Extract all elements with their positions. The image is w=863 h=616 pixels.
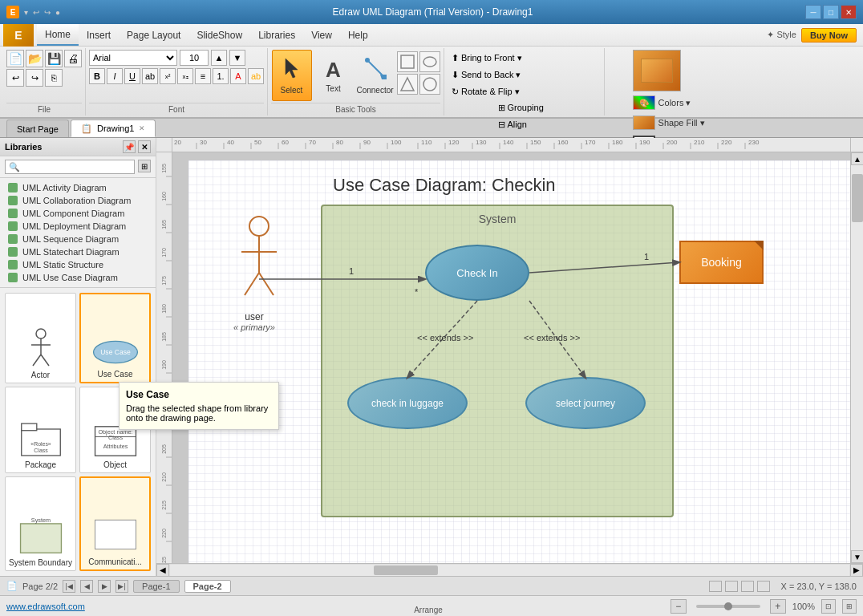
- menu-slideshow[interactable]: SlideShow: [188, 24, 250, 46]
- sidebar-pin-btn[interactable]: 📌: [123, 140, 136, 153]
- scroll-right-btn[interactable]: ▶: [850, 564, 863, 577]
- italic-btn[interactable]: I: [107, 68, 123, 84]
- next-page-btn[interactable]: ▶: [98, 580, 111, 593]
- shape-grid: Actor Use Case Use Case «Roles» Class Pa…: [0, 288, 156, 576]
- scrollbar-right[interactable]: ▲ ▼: [850, 152, 863, 563]
- lib-deployment[interactable]: UML Deployment Diagram: [5, 220, 151, 233]
- shape-fill-btn[interactable]: [633, 116, 655, 130]
- last-page-btn[interactable]: ▶|: [115, 580, 128, 593]
- select-icon: [282, 57, 302, 84]
- strikethrough-btn[interactable]: ab: [142, 68, 158, 84]
- shape-communication[interactable]: Communicati...: [79, 476, 151, 571]
- shape-actor[interactable]: Actor: [5, 293, 76, 383]
- lib-statechart[interactable]: UML Statechart Diagram: [5, 245, 151, 258]
- booking-shape[interactable]: Booking: [679, 241, 764, 284]
- tab-view-btn[interactable]: [709, 581, 722, 592]
- save-btn[interactable]: 💾: [45, 50, 63, 67]
- lib-usecase[interactable]: UML Use Case Diagram: [5, 271, 151, 284]
- bring-to-front-btn[interactable]: ⬆ Bring to Front ▾: [448, 50, 526, 66]
- tab-list-btn[interactable]: [725, 581, 738, 592]
- shape2-btn[interactable]: [419, 51, 440, 72]
- menu-view[interactable]: View: [303, 24, 340, 46]
- page2-tab[interactable]: Page-2: [184, 580, 231, 593]
- hscroll-thumb[interactable]: [374, 565, 438, 575]
- bold-btn[interactable]: B: [89, 68, 105, 84]
- lib-component[interactable]: UML Component Diagram: [5, 207, 151, 220]
- font-size-input[interactable]: [180, 50, 209, 66]
- rotate-flip-btn[interactable]: ↻ Rotate & Flip ▾: [448, 83, 524, 99]
- svg-text:210: 210: [694, 139, 705, 146]
- shape3-btn[interactable]: [397, 74, 418, 95]
- send-to-back-btn[interactable]: ⬇ Send to Back ▾: [448, 67, 525, 83]
- menu-pagelayout[interactable]: Page Layout: [119, 24, 188, 46]
- redo-btn[interactable]: ↪: [26, 69, 43, 87]
- tab-prop-btn[interactable]: [741, 581, 754, 592]
- new-btn[interactable]: 📄: [6, 50, 24, 67]
- grouping-btn[interactable]: ⊞ Grouping: [494, 99, 558, 116]
- shape4-btn[interactable]: [419, 74, 440, 95]
- close-button[interactable]: ✕: [841, 5, 857, 19]
- lib-activity[interactable]: UML Activity Diagram: [5, 181, 151, 194]
- tab-drawing1[interactable]: 📋 Drawing1 ✕: [71, 120, 156, 137]
- tab-prev-btn[interactable]: [757, 581, 770, 592]
- superscript-btn[interactable]: x²: [160, 68, 176, 84]
- scroll-thumb[interactable]: [852, 174, 863, 222]
- scroll-up-btn[interactable]: ▲: [851, 152, 863, 165]
- scrollbar-bottom[interactable]: ◀ ▶: [156, 563, 863, 576]
- shape-usecase[interactable]: Use Case Use Case: [79, 293, 151, 383]
- maximize-button[interactable]: □: [823, 5, 839, 19]
- zoom-slider[interactable]: [696, 605, 760, 608]
- svg-text:Use Case: Use Case: [100, 348, 131, 356]
- close-tab-icon[interactable]: ✕: [139, 124, 145, 132]
- scroll-down-btn[interactable]: ▼: [851, 550, 863, 563]
- tab-start-page[interactable]: Start Page: [6, 120, 69, 137]
- buy-now-button[interactable]: Buy Now: [801, 28, 857, 43]
- colors-btn[interactable]: 🎨: [633, 95, 655, 110]
- shape-package[interactable]: «Roles» Class Package: [5, 387, 76, 473]
- select-tool-btn[interactable]: Select: [272, 50, 312, 101]
- shape-sysboundary[interactable]: System System Boundary: [5, 476, 76, 571]
- scroll-left-btn[interactable]: ◀: [156, 564, 169, 577]
- page-info-text: Page 2/2: [22, 582, 58, 591]
- bullet-btn[interactable]: ≡: [195, 68, 211, 84]
- selectjourney-ellipse[interactable]: select journey: [525, 377, 646, 429]
- underline-btn[interactable]: U: [124, 68, 140, 84]
- print-btn[interactable]: 🖨: [64, 50, 82, 67]
- checkin-ellipse[interactable]: Check In: [425, 245, 529, 301]
- numbering-btn[interactable]: 1.: [213, 68, 229, 84]
- lib-sequence[interactable]: UML Sequence Diagram: [5, 233, 151, 245]
- page1-tab[interactable]: Page-1: [133, 580, 179, 593]
- actor-sublabel: « primary»: [222, 322, 286, 332]
- font-name-select[interactable]: Arial: [89, 50, 177, 66]
- font-color-btn[interactable]: A: [230, 68, 246, 84]
- menu-insert[interactable]: Insert: [79, 24, 119, 46]
- font-size-up[interactable]: ▲: [211, 50, 227, 66]
- lib-static[interactable]: UML Static Structure: [5, 258, 151, 271]
- first-page-btn[interactable]: |◀: [63, 580, 75, 593]
- text-tool-btn[interactable]: A Text: [314, 50, 354, 101]
- zoom-thumb[interactable]: [724, 602, 732, 610]
- open-btn[interactable]: 📂: [26, 50, 43, 67]
- menu-libraries[interactable]: Libraries: [250, 24, 303, 46]
- lib-collaboration[interactable]: UML Collaboration Diagram: [5, 194, 151, 207]
- menu-help[interactable]: Help: [340, 24, 376, 46]
- menu-home[interactable]: Home: [37, 24, 79, 46]
- connector-tool-btn[interactable]: Connector: [355, 50, 395, 101]
- highlight-btn[interactable]: ab: [248, 68, 264, 84]
- prev-page-btn[interactable]: ◀: [80, 580, 93, 593]
- sidebar-search-input[interactable]: [5, 160, 135, 174]
- shape1-btn[interactable]: [397, 51, 418, 72]
- canvas-scroll[interactable]: Use Case Diagram: Checkin System: [172, 152, 863, 563]
- sidebar-close-btn[interactable]: ✕: [138, 140, 151, 153]
- svg-text:225: 225: [161, 557, 167, 563]
- font-size-down[interactable]: ▼: [229, 50, 245, 66]
- subscript-btn[interactable]: x₂: [177, 68, 193, 84]
- win-controls[interactable]: ─ □ ✕: [805, 5, 857, 19]
- copy-btn[interactable]: ⎘: [45, 69, 63, 87]
- svg-text:170: 170: [585, 139, 596, 146]
- align-btn[interactable]: ⊟ Align: [494, 116, 558, 132]
- undo-btn[interactable]: ↩: [6, 69, 24, 87]
- sidebar-refresh-btn[interactable]: ⊞: [138, 160, 151, 172]
- minimize-button[interactable]: ─: [805, 5, 821, 19]
- checkinluggage-ellipse[interactable]: check in luggage: [347, 377, 468, 429]
